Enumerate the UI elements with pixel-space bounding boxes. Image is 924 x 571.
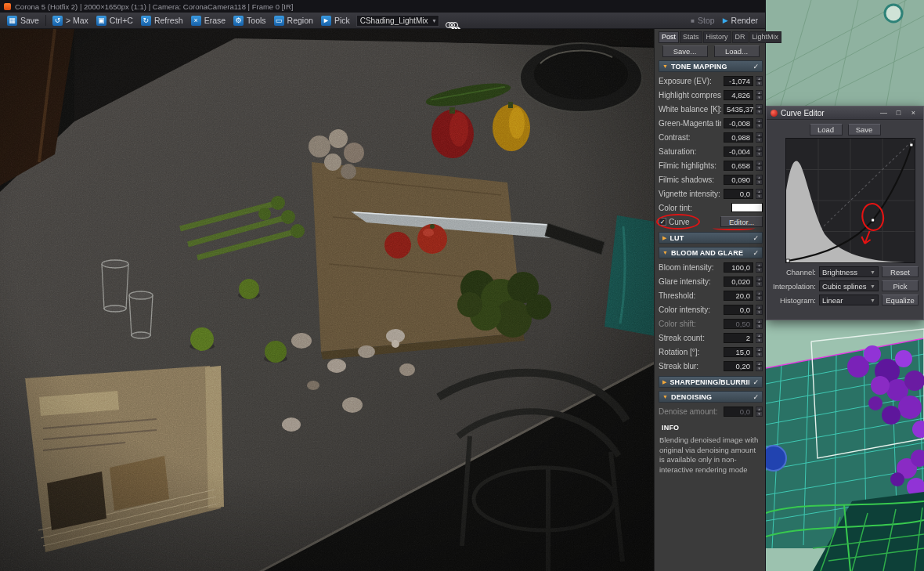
param-value-input[interactable]: -0,008 <box>724 118 753 128</box>
param-value-input[interactable]: 0,0 <box>724 407 753 417</box>
tab-post[interactable]: Post <box>659 31 679 43</box>
param-value-input[interactable]: 0,020 <box>724 276 753 287</box>
collapse-arrow-icon: ▶ <box>662 379 666 385</box>
param-value-input[interactable]: 0,658 <box>724 161 753 171</box>
copy-button[interactable]: ▣Ctrl+C <box>92 13 137 27</box>
spinner[interactable]: ▴▾ <box>756 361 763 371</box>
spinner[interactable]: ▴▾ <box>756 76 763 86</box>
curve-point-mid[interactable] <box>872 219 875 222</box>
spinner[interactable]: ▴▾ <box>756 276 763 287</box>
param-value-input[interactable]: 15,0 <box>724 347 753 357</box>
curve-load-button[interactable]: Load <box>810 124 843 136</box>
tab-lightmix[interactable]: LightMix <box>749 31 782 43</box>
tools-button[interactable]: ⚙Tools <box>229 13 270 27</box>
spinner[interactable]: ▴▾ <box>756 104 763 114</box>
section-checkbox[interactable]: ✓ <box>753 393 759 401</box>
render-button[interactable]: ▶Render <box>719 13 762 27</box>
param-value-input[interactable]: 0,0 <box>724 305 753 315</box>
param-label: Green-Magenta tint: <box>659 119 721 128</box>
param-value-input[interactable]: 5435,37 <box>724 104 753 114</box>
spinner[interactable]: ▴▾ <box>756 175 763 185</box>
histogram-select[interactable]: Linear▼ <box>819 295 879 305</box>
param-value-input[interactable]: 0,0 <box>724 189 753 199</box>
section-header-lut[interactable]: ▶ LUT ✓ <box>659 232 763 244</box>
param-value-input[interactable]: 0,50 <box>724 319 753 329</box>
erase-icon: × <box>191 16 201 26</box>
spinner[interactable]: ▴▾ <box>756 161 763 171</box>
section-header-bloom-glare[interactable]: ▼ BLOOM AND GLARE ✓ <box>659 247 763 258</box>
param-row: Contrast:0,988▴▾ <box>659 130 763 144</box>
save-settings-button[interactable]: Save... <box>662 45 708 57</box>
section-checkbox[interactable]: ✓ <box>753 249 759 257</box>
param-label: Filmic highlights: <box>659 161 721 170</box>
color-tint-swatch[interactable] <box>731 203 763 212</box>
tab-stats[interactable]: Stats <box>680 31 702 43</box>
curve-graph-canvas[interactable] <box>786 139 915 262</box>
spinner[interactable]: ▴▾ <box>756 319 763 329</box>
curve-editor-title: Curve Editor <box>781 109 875 117</box>
reset-button[interactable]: Reset <box>882 266 919 277</box>
maximize-button[interactable]: □ <box>893 109 904 117</box>
curve-checkbox[interactable]: ✓ <box>659 218 666 226</box>
section-checkbox[interactable]: ✓ <box>753 63 759 70</box>
stop-button[interactable]: ■Stop <box>687 13 718 27</box>
param-row: Streak count:2▴▾ <box>659 331 763 345</box>
curve-save-button[interactable]: Save <box>848 124 881 136</box>
param-value-input[interactable]: 100,0 <box>724 262 753 273</box>
curve-editor-button[interactable]: Editor... <box>720 216 763 227</box>
section-header-denoising[interactable]: ▼ DENOISING ✓ <box>659 391 763 403</box>
param-value-input[interactable]: -0,004 <box>724 146 753 157</box>
save-button[interactable]: ▦Save <box>3 13 43 27</box>
erase-button[interactable]: ×Erase <box>187 13 229 27</box>
tab-history[interactable]: History <box>703 31 731 43</box>
lightmix-select[interactable]: CShading_LightMix▾ <box>356 15 440 27</box>
collapse-arrow-icon: ▼ <box>662 250 668 255</box>
spinner[interactable]: ▴▾ <box>756 305 763 315</box>
section-header-tone-mapping[interactable]: ▼ TONE MAPPING ✓ <box>659 60 763 72</box>
param-value-input[interactable]: 20,0 <box>724 291 753 301</box>
chevron-down-icon: ▼ <box>870 284 875 289</box>
desktop: Corona 5 (Hotfix 2) | 2000×1650px (1:1) … <box>0 0 924 571</box>
bloom-glare-rows: Bloom intensity:100,0▴▾Glare intensity:0… <box>659 260 763 373</box>
spinner[interactable]: ▴▾ <box>756 132 763 143</box>
collapse-arrow-icon: ▶ <box>662 235 666 241</box>
param-value-input[interactable]: 2 <box>724 333 753 343</box>
spinner[interactable]: ▴▾ <box>756 262 763 273</box>
section-checkbox[interactable]: ✓ <box>753 234 759 242</box>
spinner[interactable]: ▴▾ <box>756 90 763 100</box>
param-row: Denoise amount:0,0▴▾ <box>659 404 763 418</box>
spinner[interactable]: ▴▾ <box>756 118 763 128</box>
param-value-input[interactable]: 0,090 <box>724 175 753 185</box>
section-checkbox[interactable]: ✓ <box>753 378 759 386</box>
curve-point-end[interactable] <box>910 143 913 146</box>
viewcube-logo-icon[interactable] <box>885 5 902 22</box>
section-header-sharpening[interactable]: ▶ SHARPENING/BLURRING ✓ <box>659 376 763 388</box>
spinner[interactable]: ▴▾ <box>756 291 763 301</box>
equalize-button[interactable]: Equalize <box>882 295 919 305</box>
param-label: Denoise amount: <box>659 407 721 416</box>
channel-select[interactable]: Brightness▼ <box>819 266 879 277</box>
load-settings-button[interactable]: Load... <box>714 45 760 57</box>
spinner[interactable]: ▴▾ <box>756 347 763 357</box>
tab-dr[interactable]: DR <box>732 31 749 43</box>
param-value-input[interactable]: 4,826 <box>724 90 753 100</box>
spinner[interactable]: ▴▾ <box>756 146 763 157</box>
channel-value: Brightness <box>822 268 868 276</box>
minimize-button[interactable]: — <box>878 109 890 117</box>
spinner[interactable]: ▴▾ <box>756 333 763 343</box>
param-value-input[interactable]: 0,988 <box>724 132 753 143</box>
refresh-button[interactable]: ↻Refresh <box>137 13 187 27</box>
close-button[interactable]: × <box>908 109 919 117</box>
interpolation-select[interactable]: Cubic splines▼ <box>819 280 879 291</box>
curve-point-start[interactable] <box>786 259 789 262</box>
pick-button[interactable]: ►Pick <box>317 13 354 27</box>
spinner[interactable]: ▴▾ <box>756 407 763 417</box>
curve-graph[interactable] <box>785 138 915 263</box>
send-to-max-button[interactable]: ↺> Max <box>49 13 92 27</box>
region-button[interactable]: ▭Region <box>270 13 317 27</box>
curve-editor-titlebar[interactable]: Curve Editor — □ × <box>767 107 923 120</box>
spinner[interactable]: ▴▾ <box>756 189 763 199</box>
param-value-input[interactable]: 0,20 <box>724 361 753 371</box>
pick-color-button[interactable]: Pick <box>882 280 919 291</box>
param-value-input[interactable]: -1,074 <box>724 76 753 86</box>
